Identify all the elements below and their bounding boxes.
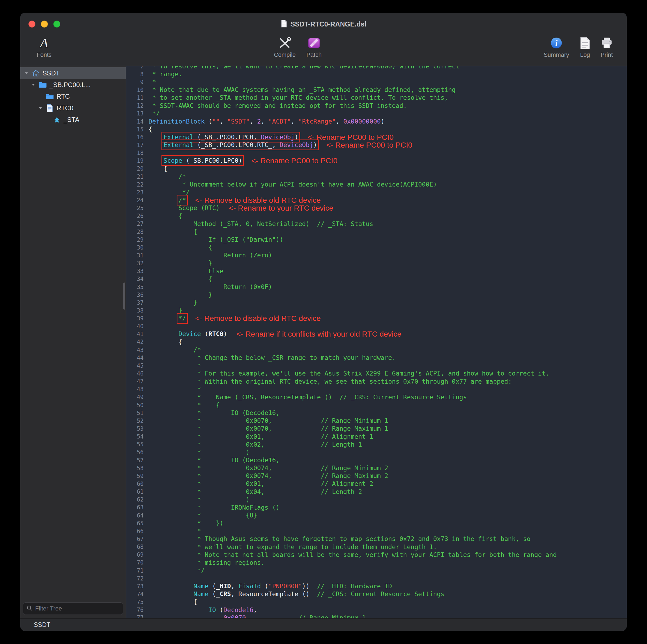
chevron-down-icon[interactable] <box>23 71 29 76</box>
code-line-14[interactable]: 14DefinitionBlock ("", "SSDT", 2, "ACDT"… <box>126 117 627 126</box>
filter-tree-input[interactable] <box>34 605 120 612</box>
code-line-46[interactable]: 46 * For this example, we'll use the Asu… <box>126 370 627 378</box>
code-line-16[interactable]: 16 External (_SB_.PC00.LPC0, DeviceObj)<… <box>126 133 627 141</box>
sidebar-scrollbar[interactable] <box>123 283 125 310</box>
code-line-62[interactable]: 62 * ) <box>126 496 627 504</box>
chevron-down-icon[interactable] <box>38 105 43 110</box>
log-document-icon <box>580 36 590 50</box>
chevron-down-icon[interactable] <box>30 82 36 87</box>
code-line-54[interactable]: 54 * 0x01, // Alignment 1 <box>126 433 627 441</box>
close-button[interactable] <box>28 20 35 27</box>
summary-button[interactable]: i Summary <box>540 36 573 58</box>
filter-field[interactable] <box>23 602 123 615</box>
code-line-71[interactable]: 71 */ <box>126 567 627 574</box>
code-line-20[interactable]: 20 { <box>126 165 627 173</box>
code-line-75[interactable]: 75 { <box>126 598 627 606</box>
window-title: SSDT-RTC0-RANGE.dsl <box>290 20 366 28</box>
code-line-37[interactable]: 37 } <box>126 299 627 307</box>
code-line-55[interactable]: 55 * 0x02, // Length 1 <box>126 441 627 449</box>
code-line-43[interactable]: 43 /* <box>126 346 627 354</box>
code-line-72[interactable]: 72 <box>126 574 627 582</box>
sidebar-item-rtc[interactable]: RTC <box>20 91 126 102</box>
code-line-47[interactable]: 47 * Within the original RTC device, we … <box>126 378 627 386</box>
code-text: * 0x0070, // Range Maximum 1 <box>148 425 388 432</box>
code-line-10[interactable]: 10 * Note that due to AWAC systems havin… <box>126 86 627 94</box>
code-line-70[interactable]: 70 * missing regions. <box>126 559 627 567</box>
code-line-8[interactable]: 8 * range. <box>126 70 627 78</box>
code-line-13[interactable]: 13 */ <box>126 110 627 117</box>
code-line-28[interactable]: 28 { <box>126 228 627 236</box>
code-line-21[interactable]: 21 /* <box>126 173 627 181</box>
zoom-button[interactable] <box>53 20 60 27</box>
sidebar-item-sta[interactable]: _STA <box>20 114 126 126</box>
line-number: 69 <box>126 552 148 558</box>
minimize-button[interactable] <box>41 20 48 27</box>
code-line-61[interactable]: 61 * 0x04, // Length 2 <box>126 488 627 496</box>
patch-button[interactable]: Patch <box>298 36 330 58</box>
code-line-64[interactable]: 64 * {8} <box>126 511 627 519</box>
fonts-button[interactable]: A Fonts <box>28 36 60 58</box>
code-line-11[interactable]: 11 * to set another _STA method in your … <box>126 94 627 102</box>
code-line-67[interactable]: 67 * Though Asus seems to have forgotten… <box>126 535 627 543</box>
editor[interactable]: 7 * To resolve this, we'll want to creat… <box>126 66 627 618</box>
code-line-52[interactable]: 52 * 0x0070, // Range Minimum 1 <box>126 417 627 425</box>
code-line-22[interactable]: 22 * Uncomment below if your ACPI doesn'… <box>126 181 627 188</box>
code-line-39[interactable]: 39 */<- Remove to disable old RTC device <box>126 315 627 323</box>
print-button[interactable]: Print <box>590 36 623 58</box>
code-line-25[interactable]: 25 Scope (RTC)<- Rename to your RTC devi… <box>126 205 627 212</box>
code-line-38[interactable]: 38 } <box>126 307 627 314</box>
code-line-63[interactable]: 63 * IRQNoFlags () <box>126 504 627 511</box>
code-line-26[interactable]: 26 { <box>126 212 627 220</box>
code-line-30[interactable]: 30 { <box>126 244 627 251</box>
code-line-42[interactable]: 42 { <box>126 338 627 346</box>
code-line-17[interactable]: 17 External (_SB_.PC00.LPC0.RTC_, Device… <box>126 141 627 149</box>
code-line-65[interactable]: 65 * }) <box>126 519 627 527</box>
code-line-19[interactable]: 19 Scope (_SB.PC00.LPC0)<- Rename PC00 t… <box>126 157 627 165</box>
code-line-40[interactable]: 40 <box>126 323 627 330</box>
code-line-68[interactable]: 68 * we'll want to expand the range to i… <box>126 543 627 551</box>
sidebar-item-ssdt[interactable]: SSDT <box>20 67 126 79</box>
tree-item-label: _SB.PC00.L... <box>50 81 91 89</box>
code-line-45[interactable]: 45 * <box>126 362 627 370</box>
code-line-29[interactable]: 29 If (_OSI ("Darwin")) <box>126 236 627 244</box>
code-line-15[interactable]: 15{ <box>126 126 627 133</box>
code-line-33[interactable]: 33 Else <box>126 267 627 275</box>
line-number: 10 <box>126 87 148 93</box>
code-line-57[interactable]: 57 * IO (Decode16, <box>126 456 627 464</box>
code-line-32[interactable]: 32 } <box>126 259 627 267</box>
code-line-41[interactable]: 41 Device (RTC0)<- Rename if it conflict… <box>126 330 627 338</box>
code-line-53[interactable]: 53 * 0x0070, // Range Maximum 1 <box>126 425 627 432</box>
code-line-76[interactable]: 76 IO (Decode16, <box>126 606 627 614</box>
code-text: * Uncomment below if your ACPI doesn't h… <box>148 181 437 188</box>
code-line-50[interactable]: 50 * { <box>126 401 627 409</box>
code-line-24[interactable]: 24 /*<- Remove to disable old RTC device <box>126 196 627 204</box>
code-line-49[interactable]: 49 * Name (_CRS, ResourceTemplate () // … <box>126 393 627 401</box>
sidebar-item-sb-pc00-l[interactable]: _SB.PC00.L... <box>20 79 126 91</box>
code-line-58[interactable]: 58 * 0x0074, // Range Minimum 2 <box>126 464 627 472</box>
code-line-36[interactable]: 36 } <box>126 291 627 299</box>
code-line-56[interactable]: 56 * ) <box>126 449 627 456</box>
code-line-66[interactable]: 66 * <box>126 527 627 535</box>
code-line-69[interactable]: 69 * Note that not all boards will be th… <box>126 551 627 559</box>
code-line-23[interactable]: 23 */ <box>126 188 627 196</box>
sidebar-item-rtc0[interactable]: RTC0 <box>20 102 126 114</box>
code-line-7[interactable]: 7 * To resolve this, we'll want to creat… <box>126 66 627 70</box>
code-line-34[interactable]: 34 { <box>126 275 627 283</box>
code-line-12[interactable]: 12 * SSDT-AWAC should be removed and ins… <box>126 102 627 110</box>
code-line-35[interactable]: 35 Return (0x0F) <box>126 283 627 291</box>
code-line-59[interactable]: 59 * 0x0074, // Range Maximum 2 <box>126 472 627 480</box>
code-line-27[interactable]: 27 Method (_STA, 0, NotSerialized) // _S… <box>126 220 627 228</box>
code-line-51[interactable]: 51 * IO (Decode16, <box>126 409 627 417</box>
code-line-77[interactable]: 77 0x0070, // Range Minimum 1 <box>126 614 627 618</box>
code-line-48[interactable]: 48 * <box>126 386 627 393</box>
code-line-60[interactable]: 60 * 0x01, // Alignment 2 <box>126 480 627 488</box>
code-line-74[interactable]: 74 Name (_CRS, ResourceTemplate () // _C… <box>126 590 627 598</box>
code-line-73[interactable]: 73 Name (_HID, EisaId ("PNP0B00")) // _H… <box>126 582 627 590</box>
code-line-18[interactable]: 18 <box>126 149 627 157</box>
code-line-31[interactable]: 31 Return (Zero) <box>126 251 627 259</box>
titlebar[interactable]: SSDT-RTC0-RANGE.dsl <box>20 13 627 35</box>
code-line-9[interactable]: 9 * <box>126 78 627 86</box>
app-window: SSDT-RTC0-RANGE.dsl A Fonts Compile Patc… <box>20 13 627 631</box>
code-line-44[interactable]: 44 * Change the below _CSR range to matc… <box>126 354 627 362</box>
compile-button[interactable]: Compile <box>269 36 301 58</box>
